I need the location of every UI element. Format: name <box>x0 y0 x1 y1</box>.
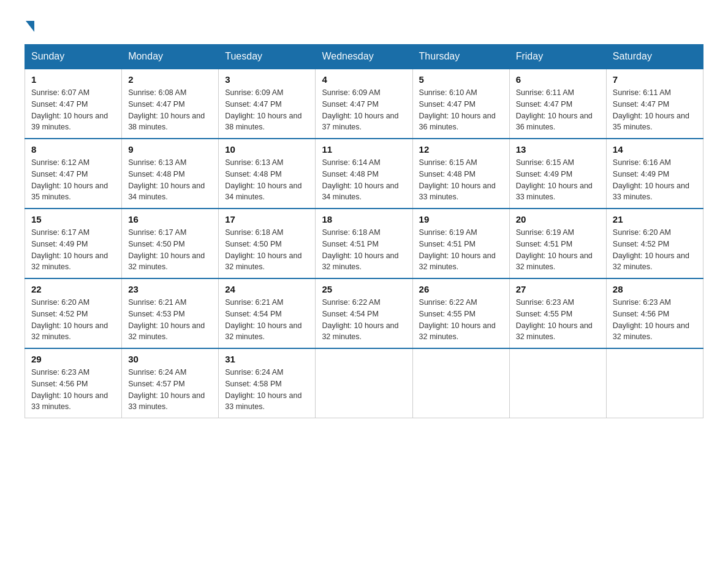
calendar-cell: 8 Sunrise: 6:12 AMSunset: 4:47 PMDayligh… <box>25 139 122 209</box>
day-info: Sunrise: 6:23 AMSunset: 4:56 PMDaylight:… <box>31 368 108 411</box>
calendar-cell: 4 Sunrise: 6:09 AMSunset: 4:47 PMDayligh… <box>316 69 412 139</box>
day-number: 23 <box>128 284 212 294</box>
day-number: 30 <box>128 354 212 364</box>
calendar-cell: 27 Sunrise: 6:23 AMSunset: 4:55 PMDaylig… <box>509 278 606 348</box>
day-info: Sunrise: 6:17 AMSunset: 4:49 PMDaylight:… <box>31 228 108 271</box>
day-number: 24 <box>225 284 309 294</box>
calendar-cell: 22 Sunrise: 6:20 AMSunset: 4:52 PMDaylig… <box>25 278 122 348</box>
day-info: Sunrise: 6:13 AMSunset: 4:48 PMDaylight:… <box>225 158 301 201</box>
day-number: 26 <box>419 284 503 294</box>
day-number: 2 <box>128 74 212 85</box>
day-info: Sunrise: 6:11 AMSunset: 4:47 PMDaylight:… <box>516 88 593 131</box>
calendar-cell: 15 Sunrise: 6:17 AMSunset: 4:49 PMDaylig… <box>25 209 122 278</box>
day-number: 12 <box>419 144 503 155</box>
day-number: 19 <box>419 214 503 224</box>
day-info: Sunrise: 6:11 AMSunset: 4:47 PMDaylight:… <box>613 88 689 131</box>
day-number: 22 <box>31 284 115 294</box>
calendar-week-4: 22 Sunrise: 6:20 AMSunset: 4:52 PMDaylig… <box>25 278 703 348</box>
logo-arrow-icon <box>26 21 34 32</box>
calendar-cell: 18 Sunrise: 6:18 AMSunset: 4:51 PMDaylig… <box>316 209 412 278</box>
calendar-header-thursday: Thursday <box>412 45 509 69</box>
day-info: Sunrise: 6:22 AMSunset: 4:55 PMDaylight:… <box>419 298 496 341</box>
calendar-cell: 31 Sunrise: 6:24 AMSunset: 4:58 PMDaylig… <box>219 348 316 418</box>
calendar-cell: 3 Sunrise: 6:09 AMSunset: 4:47 PMDayligh… <box>219 69 316 139</box>
calendar-table: SundayMondayTuesdayWednesdayThursdayFrid… <box>25 44 703 418</box>
calendar-cell: 6 Sunrise: 6:11 AMSunset: 4:47 PMDayligh… <box>509 69 606 139</box>
day-info: Sunrise: 6:21 AMSunset: 4:54 PMDaylight:… <box>225 298 301 341</box>
day-number: 4 <box>322 74 406 85</box>
day-number: 31 <box>225 354 309 364</box>
calendar-week-1: 1 Sunrise: 6:07 AMSunset: 4:47 PMDayligh… <box>25 69 703 139</box>
calendar-cell: 5 Sunrise: 6:10 AMSunset: 4:47 PMDayligh… <box>412 69 509 139</box>
calendar-cell: 21 Sunrise: 6:20 AMSunset: 4:52 PMDaylig… <box>606 209 703 278</box>
calendar-cell: 25 Sunrise: 6:22 AMSunset: 4:54 PMDaylig… <box>316 278 412 348</box>
day-number: 27 <box>516 284 600 294</box>
day-info: Sunrise: 6:20 AMSunset: 4:52 PMDaylight:… <box>613 228 689 271</box>
calendar-cell: 28 Sunrise: 6:23 AMSunset: 4:56 PMDaylig… <box>606 278 703 348</box>
calendar-header-row: SundayMondayTuesdayWednesdayThursdayFrid… <box>25 45 703 69</box>
calendar-cell: 11 Sunrise: 6:14 AMSunset: 4:48 PMDaylig… <box>316 139 412 209</box>
day-info: Sunrise: 6:18 AMSunset: 4:51 PMDaylight:… <box>322 228 398 271</box>
day-number: 13 <box>516 144 600 155</box>
calendar-cell: 2 Sunrise: 6:08 AMSunset: 4:47 PMDayligh… <box>122 69 219 139</box>
calendar-cell: 13 Sunrise: 6:15 AMSunset: 4:49 PMDaylig… <box>509 139 606 209</box>
day-number: 28 <box>613 284 697 294</box>
calendar-cell: 23 Sunrise: 6:21 AMSunset: 4:53 PMDaylig… <box>122 278 219 348</box>
day-number: 20 <box>516 214 600 224</box>
calendar-cell: 26 Sunrise: 6:22 AMSunset: 4:55 PMDaylig… <box>412 278 509 348</box>
day-number: 15 <box>31 214 115 224</box>
calendar-cell: 17 Sunrise: 6:18 AMSunset: 4:50 PMDaylig… <box>219 209 316 278</box>
calendar-week-3: 15 Sunrise: 6:17 AMSunset: 4:49 PMDaylig… <box>25 209 703 278</box>
calendar-cell: 9 Sunrise: 6:13 AMSunset: 4:48 PMDayligh… <box>122 139 219 209</box>
day-info: Sunrise: 6:15 AMSunset: 4:49 PMDaylight:… <box>516 158 593 201</box>
day-info: Sunrise: 6:09 AMSunset: 4:47 PMDaylight:… <box>225 88 301 131</box>
calendar-cell: 16 Sunrise: 6:17 AMSunset: 4:50 PMDaylig… <box>122 209 219 278</box>
day-info: Sunrise: 6:20 AMSunset: 4:52 PMDaylight:… <box>31 298 108 341</box>
day-info: Sunrise: 6:23 AMSunset: 4:56 PMDaylight:… <box>613 298 689 341</box>
calendar-cell: 24 Sunrise: 6:21 AMSunset: 4:54 PMDaylig… <box>219 278 316 348</box>
day-number: 1 <box>31 74 115 85</box>
day-info: Sunrise: 6:23 AMSunset: 4:55 PMDaylight:… <box>516 298 593 341</box>
calendar-cell: 19 Sunrise: 6:19 AMSunset: 4:51 PMDaylig… <box>412 209 509 278</box>
day-info: Sunrise: 6:15 AMSunset: 4:48 PMDaylight:… <box>419 158 496 201</box>
day-info: Sunrise: 6:22 AMSunset: 4:54 PMDaylight:… <box>322 298 398 341</box>
day-info: Sunrise: 6:08 AMSunset: 4:47 PMDaylight:… <box>128 88 205 131</box>
calendar-cell: 7 Sunrise: 6:11 AMSunset: 4:47 PMDayligh… <box>606 69 703 139</box>
calendar-cell: 30 Sunrise: 6:24 AMSunset: 4:57 PMDaylig… <box>122 348 219 418</box>
calendar-cell: 14 Sunrise: 6:16 AMSunset: 4:49 PMDaylig… <box>606 139 703 209</box>
day-number: 5 <box>419 74 503 85</box>
calendar-header-friday: Friday <box>509 45 606 69</box>
day-info: Sunrise: 6:19 AMSunset: 4:51 PMDaylight:… <box>516 228 593 271</box>
calendar-cell: 10 Sunrise: 6:13 AMSunset: 4:48 PMDaylig… <box>219 139 316 209</box>
day-number: 6 <box>516 74 600 85</box>
day-info: Sunrise: 6:24 AMSunset: 4:58 PMDaylight:… <box>225 368 301 411</box>
day-info: Sunrise: 6:21 AMSunset: 4:53 PMDaylight:… <box>128 298 205 341</box>
day-info: Sunrise: 6:18 AMSunset: 4:50 PMDaylight:… <box>225 228 301 271</box>
day-number: 14 <box>613 144 697 155</box>
day-number: 16 <box>128 214 212 224</box>
day-info: Sunrise: 6:07 AMSunset: 4:47 PMDaylight:… <box>31 88 108 131</box>
day-info: Sunrise: 6:17 AMSunset: 4:50 PMDaylight:… <box>128 228 205 271</box>
day-info: Sunrise: 6:10 AMSunset: 4:47 PMDaylight:… <box>419 88 496 131</box>
calendar-header-saturday: Saturday <box>606 45 703 69</box>
day-number: 3 <box>225 74 309 85</box>
day-number: 7 <box>613 74 697 85</box>
calendar-header-wednesday: Wednesday <box>316 45 412 69</box>
calendar-cell: 1 Sunrise: 6:07 AMSunset: 4:47 PMDayligh… <box>25 69 122 139</box>
day-number: 21 <box>613 214 697 224</box>
calendar-week-5: 29 Sunrise: 6:23 AMSunset: 4:56 PMDaylig… <box>25 348 703 418</box>
day-info: Sunrise: 6:16 AMSunset: 4:49 PMDaylight:… <box>613 158 689 201</box>
page-header <box>25 18 703 32</box>
day-number: 9 <box>128 144 212 155</box>
calendar-header-sunday: Sunday <box>25 45 122 69</box>
calendar-cell: 20 Sunrise: 6:19 AMSunset: 4:51 PMDaylig… <box>509 209 606 278</box>
day-number: 11 <box>322 144 406 155</box>
calendar-header-tuesday: Tuesday <box>219 45 316 69</box>
day-info: Sunrise: 6:12 AMSunset: 4:47 PMDaylight:… <box>31 158 108 201</box>
calendar-header-monday: Monday <box>122 45 219 69</box>
day-number: 17 <box>225 214 309 224</box>
day-number: 10 <box>225 144 309 155</box>
calendar-cell: 12 Sunrise: 6:15 AMSunset: 4:48 PMDaylig… <box>412 139 509 209</box>
day-number: 18 <box>322 214 406 224</box>
day-info: Sunrise: 6:13 AMSunset: 4:48 PMDaylight:… <box>128 158 205 201</box>
